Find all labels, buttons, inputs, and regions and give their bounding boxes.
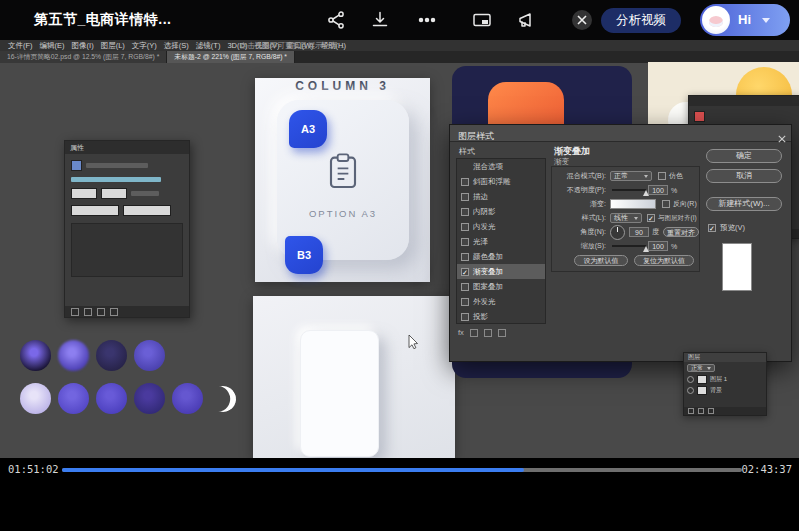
eye-icon[interactable] (687, 387, 694, 394)
style-checkbox[interactable] (461, 208, 469, 216)
move-style-icon[interactable] (484, 329, 492, 337)
color-swatch[interactable] (20, 340, 51, 371)
user-avatar[interactable]: Hi (700, 4, 790, 36)
panel-list[interactable] (71, 223, 183, 277)
panel-icon[interactable] (84, 308, 92, 316)
document-tab-active[interactable]: 未标题-2 @ 221% (图层 7, RGB/8#) * (167, 51, 295, 63)
gradient-strip[interactable] (610, 199, 656, 209)
panel-icon[interactable] (698, 408, 704, 414)
angle-dial[interactable] (610, 225, 625, 240)
fx-icon[interactable]: fx (458, 328, 464, 337)
layer-style-row[interactable]: 混合选项 (457, 159, 545, 174)
layer-style-row[interactable]: 投影 (457, 309, 545, 324)
panel-icon[interactable] (71, 308, 79, 316)
angle-value[interactable]: 90 (629, 227, 649, 237)
layer-style-row[interactable]: 描边 (457, 189, 545, 204)
style-checkbox[interactable] (461, 268, 469, 276)
set-default-button[interactable]: 设为默认值 (574, 255, 628, 266)
feedback-megaphone-icon[interactable] (516, 10, 536, 30)
close-icon[interactable] (572, 10, 592, 30)
style-checkbox[interactable] (461, 178, 469, 186)
value-input[interactable] (101, 188, 127, 199)
download-icon[interactable] (370, 10, 390, 30)
layer-row[interactable]: 背景 (684, 385, 766, 396)
color-chip[interactable] (694, 111, 705, 122)
menu-item[interactable]: 编辑(E) (40, 41, 65, 51)
color-swatch[interactable] (96, 383, 127, 414)
value-input[interactable] (71, 205, 119, 216)
opacity-slider[interactable] (612, 189, 646, 191)
style-checkbox[interactable] (461, 313, 469, 321)
blend-mode-select[interactable]: 正常 (610, 171, 652, 181)
gradient-style-select[interactable]: 线性 (610, 213, 642, 223)
crescent-swatch[interactable] (205, 381, 241, 417)
panel-icon[interactable] (110, 308, 118, 316)
color-swatch[interactable] (134, 340, 165, 371)
menu-item[interactable]: 图层(L) (101, 41, 125, 51)
opacity-value[interactable]: 100 (648, 185, 668, 195)
layer-style-row[interactable]: 外发光 (457, 294, 545, 309)
reverse-checkbox[interactable] (662, 200, 670, 208)
color-swatch[interactable] (172, 383, 203, 414)
document-tab[interactable]: 16-详情页简略02.psd @ 12.5% (图层 7, RGB/8#) * (0, 51, 167, 63)
ok-button[interactable]: 确定 (706, 149, 782, 163)
menu-item[interactable]: 滤镜(T) (196, 41, 221, 51)
layer-style-row[interactable]: 内发光 (457, 219, 545, 234)
layers-blend-select[interactable]: 正常 (687, 364, 715, 372)
color-swatch[interactable] (58, 340, 89, 371)
dither-checkbox[interactable] (658, 172, 666, 180)
style-checkbox[interactable] (461, 193, 469, 201)
preview-checkbox[interactable] (708, 224, 716, 232)
style-checkbox[interactable] (461, 253, 469, 261)
menu-item[interactable]: 文件(F) (8, 41, 33, 51)
layer-row[interactable]: 图层 1 (684, 374, 766, 385)
ps-menubar: 文件(F)编辑(E)图像(I)图层(L)文字(Y)选择(S)滤镜(T)3D(D)… (0, 40, 799, 51)
panel-icon[interactable] (708, 408, 714, 414)
style-checkbox[interactable] (461, 238, 469, 246)
reset-align-button[interactable]: 重置对齐 (663, 227, 699, 237)
value-input[interactable] (71, 188, 97, 199)
style-label: 外发光 (473, 297, 496, 307)
color-swatch[interactable] (20, 383, 51, 414)
color-swatch[interactable] (134, 383, 165, 414)
pip-icon[interactable] (472, 10, 492, 30)
style-checkbox[interactable] (461, 298, 469, 306)
eye-icon[interactable] (687, 376, 694, 383)
video-content[interactable]: 文件(F)编辑(E)图像(I)图层(L)文字(Y)选择(S)滤镜(T)3D(D)… (0, 40, 799, 458)
layer-style-row[interactable]: 渐变叠加 (457, 264, 545, 279)
progress-bar[interactable] (62, 468, 742, 472)
more-icon[interactable] (417, 10, 437, 30)
menu-item[interactable]: 文字(Y) (132, 41, 157, 51)
layer-style-row[interactable]: 光泽 (457, 234, 545, 249)
layer-style-row[interactable]: 颜色叠加 (457, 249, 545, 264)
add-style-icon[interactable] (470, 329, 478, 337)
style-checkbox[interactable] (461, 283, 469, 291)
reset-default-button[interactable]: 复位为默认值 (634, 255, 694, 266)
menu-item[interactable]: 图像(I) (72, 41, 94, 51)
scale-slider[interactable] (612, 245, 646, 247)
color-swatch[interactable] (58, 383, 89, 414)
layer-style-row[interactable]: 内阴影 (457, 204, 545, 219)
cancel-button[interactable]: 取消 (706, 169, 782, 183)
layer-style-row[interactable]: 图案叠加 (457, 279, 545, 294)
dialog-close-icon[interactable] (778, 129, 786, 137)
analyze-video-button[interactable]: 分析视频 (601, 8, 681, 33)
badge-b3: B3 (285, 236, 323, 274)
layers-tab[interactable]: 图层 (684, 353, 766, 362)
mouse-cursor (408, 334, 419, 349)
swatch-chip[interactable] (71, 160, 82, 171)
share-icon[interactable] (326, 10, 346, 30)
style-checkbox[interactable] (461, 223, 469, 231)
layer-style-row[interactable]: 斜面和浮雕 (457, 174, 545, 189)
value-input[interactable] (123, 205, 171, 216)
design-card-column3: COLUMN 3 A3 OPTION A3 B3 (255, 78, 430, 282)
dialog-title-bar[interactable]: 图层样式 (450, 125, 791, 142)
color-swatch[interactable] (96, 340, 127, 371)
new-style-button[interactable]: 新建样式(W)... (706, 197, 782, 211)
delete-style-icon[interactable] (498, 329, 506, 337)
menu-item[interactable]: 选择(S) (164, 41, 189, 51)
align-checkbox[interactable] (647, 214, 655, 222)
panel-icon[interactable] (97, 308, 105, 316)
panel-icon[interactable] (688, 408, 694, 414)
scale-value[interactable]: 100 (648, 241, 668, 251)
